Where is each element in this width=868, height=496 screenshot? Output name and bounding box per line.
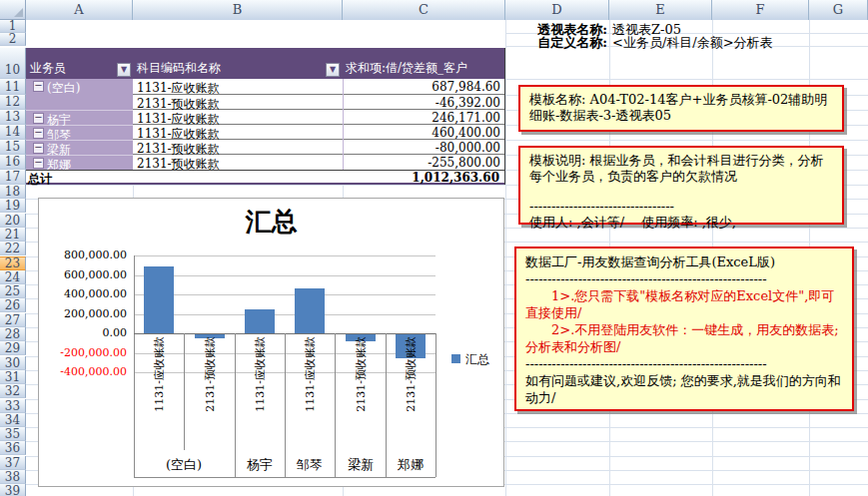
gridline bbox=[505, 20, 506, 496]
column-header-D[interactable]: D bbox=[505, 0, 609, 20]
row-header-29[interactable]: 29 bbox=[0, 341, 26, 355]
row-header-15[interactable]: 15 bbox=[0, 140, 26, 155]
excel-worksheet: 透视表名称: 透视表Z-05 自定义名称: <业务员/科目/余额>分析表 业务员… bbox=[0, 0, 868, 496]
note-box[interactable]: 模板说明: 根据业务员，和会计科目进行分类，分析每个业务员，负责的客户的欠款情况… bbox=[518, 146, 844, 225]
row-header-22[interactable]: 22 bbox=[0, 242, 26, 255]
pivot-row[interactable]: 2131-预收账款-80,000.00 bbox=[133, 140, 505, 155]
row-header-19[interactable]: 19 bbox=[0, 199, 26, 213]
chart-gridline bbox=[134, 314, 435, 315]
note-line: ----------------------------------------… bbox=[525, 270, 843, 287]
note-box[interactable]: 数据工厂-用友数据查询分析工具(ExceL版)-----------------… bbox=[514, 247, 854, 411]
pivot-group-item[interactable]: −梁新 bbox=[26, 140, 133, 155]
note-line: 2>.不用登陆用友软件：一键生成，用友的数据表;分析表和分析图/ bbox=[525, 321, 843, 355]
row-header-27[interactable]: 27 bbox=[0, 313, 26, 327]
pivot-header-row: 业务员 ▼ 科目编码和名称 ▼ 求和项:借/贷差额_客户 bbox=[26, 48, 505, 79]
pivot-total-row[interactable]: 总计 1,012,363.60 bbox=[26, 170, 505, 185]
collapse-icon[interactable]: − bbox=[33, 113, 44, 124]
pivot-group-item[interactable]: −杨宇 bbox=[26, 110, 133, 125]
cell-value[interactable]: -255,800.00 bbox=[343, 156, 505, 170]
note-box[interactable]: 模板名称: A04-T02-14客户+业务员核算-02辅助明细账-数据表-3-透… bbox=[518, 85, 844, 132]
row-header-35[interactable]: 35 bbox=[0, 427, 26, 441]
row-header-14[interactable]: 14 bbox=[0, 125, 26, 140]
pivot-group-item[interactable]: −(空白) bbox=[26, 79, 133, 110]
column-header-A[interactable]: A bbox=[26, 0, 133, 20]
bar bbox=[144, 266, 174, 333]
row-header-11[interactable]: 11 bbox=[0, 79, 26, 95]
cell-value[interactable]: -46,392.00 bbox=[343, 96, 505, 110]
note-line: 模板说明: 根据业务员，和会计科目进行分类，分析每个业务员，负责的客户的欠款情况 bbox=[529, 153, 833, 185]
bar bbox=[295, 288, 325, 333]
row-header-23[interactable]: 23 bbox=[0, 256, 26, 270]
pivot-row[interactable]: 2131-预收账款-255,800.00 bbox=[133, 155, 505, 170]
row-header-31[interactable]: 31 bbox=[0, 370, 26, 384]
collapse-icon[interactable]: − bbox=[33, 81, 44, 92]
pivot-header-subject[interactable]: 科目编码和名称 bbox=[137, 60, 221, 77]
row-header-12[interactable]: 12 bbox=[0, 95, 26, 110]
chart-gridline bbox=[134, 294, 435, 295]
chart-gridline bbox=[134, 275, 435, 276]
category-label: 1131-应收账款 bbox=[253, 336, 267, 450]
row-header-10[interactable]: 10 bbox=[0, 48, 26, 79]
category-group-label: 郑娜 bbox=[366, 456, 455, 474]
row-header-16[interactable]: 16 bbox=[0, 155, 26, 170]
row-header-26[interactable]: 26 bbox=[0, 298, 26, 312]
pivot-data-area: 1131-应收账款687,984.602131-预收账款-46,392.0011… bbox=[133, 79, 505, 170]
row-header-18[interactable]: 18 bbox=[0, 185, 26, 199]
collapse-icon[interactable]: − bbox=[33, 158, 44, 169]
summary-chart[interactable]: 汇总 800,000.00600,000.00400,000.00200,000… bbox=[38, 198, 504, 487]
row-header-21[interactable]: 21 bbox=[0, 228, 26, 242]
cell-value[interactable]: 687,984.60 bbox=[343, 80, 505, 94]
pivot-group-item[interactable]: −郑娜 bbox=[26, 155, 133, 170]
row-header-20[interactable]: 20 bbox=[0, 214, 26, 228]
filter-dropdown-subject-icon[interactable]: ▼ bbox=[326, 63, 340, 77]
pivot-header-salesperson[interactable]: 业务员 bbox=[30, 60, 66, 77]
y-axis-tick: 0.00 bbox=[39, 326, 127, 339]
row-header-32[interactable]: 32 bbox=[0, 384, 26, 398]
row-header-25[interactable]: 25 bbox=[0, 284, 26, 298]
pivot-row[interactable]: 1131-应收账款687,984.60 bbox=[133, 79, 505, 95]
category-label: 1131-应收账款 bbox=[152, 336, 166, 450]
column-header-E[interactable]: E bbox=[609, 0, 712, 20]
total-value: 1,012,363.60 bbox=[412, 171, 499, 185]
collapse-icon[interactable]: − bbox=[33, 143, 44, 154]
row-header-17[interactable]: 17 bbox=[0, 170, 26, 185]
y-axis-tick: -400,000.00 bbox=[39, 365, 127, 378]
cell-value[interactable]: 246,171.00 bbox=[343, 111, 505, 125]
category-divider bbox=[184, 333, 185, 450]
row-header-28[interactable]: 28 bbox=[0, 327, 26, 341]
y-axis-tick: 600,000.00 bbox=[39, 268, 127, 281]
cell-value[interactable]: -80,000.00 bbox=[343, 141, 505, 155]
row-header-39[interactable]: 39 bbox=[0, 484, 26, 496]
column-header-C[interactable]: C bbox=[343, 0, 505, 20]
legend-label: 汇总 bbox=[465, 352, 489, 366]
row-header-2[interactable]: 2 bbox=[0, 33, 26, 46]
filter-dropdown-salesperson-icon[interactable]: ▼ bbox=[117, 63, 131, 77]
row-header-36[interactable]: 36 bbox=[0, 441, 26, 455]
note-line: 使用人: ,会计等/ 使用频率: ,很少, bbox=[529, 215, 833, 231]
row-header-38[interactable]: 38 bbox=[0, 470, 26, 484]
cell-value[interactable]: 460,400.00 bbox=[343, 126, 505, 140]
row-header-33[interactable]: 33 bbox=[0, 399, 26, 413]
row-header-30[interactable]: 30 bbox=[0, 356, 26, 370]
category-label: 2131-预收账款 bbox=[404, 336, 418, 450]
chart-plot-area: 800,000.00600,000.00400,000.00200,000.00… bbox=[39, 199, 505, 488]
column-headers: ABCDEFG bbox=[0, 0, 868, 20]
cell-custom-name-value[interactable]: <业务员/科目/余额>分析表 bbox=[612, 34, 773, 52]
pivot-group-item[interactable]: −邹琴 bbox=[26, 125, 133, 140]
column-header-F[interactable]: F bbox=[712, 0, 809, 20]
row-header-13[interactable]: 13 bbox=[0, 110, 26, 125]
pivot-header-sum[interactable]: 求和项:借/贷差额_客户 bbox=[346, 60, 467, 77]
note-line: --------------------------------- bbox=[529, 199, 833, 215]
collapse-icon[interactable]: − bbox=[33, 128, 44, 139]
note-line: 1>.您只需下载"模板名称对应的Excel文件",即可直接使用/ bbox=[525, 287, 843, 321]
column-header-B[interactable]: B bbox=[133, 0, 343, 20]
note-line: 如有问题或建议,欢迎反馈; 您的要求,就是我们的方向和动力/ bbox=[525, 372, 843, 406]
pivot-row[interactable]: 2131-预收账款-46,392.00 bbox=[133, 95, 505, 110]
row-header-34[interactable]: 34 bbox=[0, 413, 26, 427]
row-header-37[interactable]: 37 bbox=[0, 456, 26, 470]
pivot-row[interactable]: 1131-应收账款460,400.00 bbox=[133, 125, 505, 140]
cell-custom-name-label[interactable]: 自定义名称: bbox=[499, 34, 607, 52]
row-header-24[interactable]: 24 bbox=[0, 270, 26, 284]
pivot-row[interactable]: 1131-应收账款246,171.00 bbox=[133, 110, 505, 125]
column-header-G[interactable]: G bbox=[809, 0, 868, 20]
